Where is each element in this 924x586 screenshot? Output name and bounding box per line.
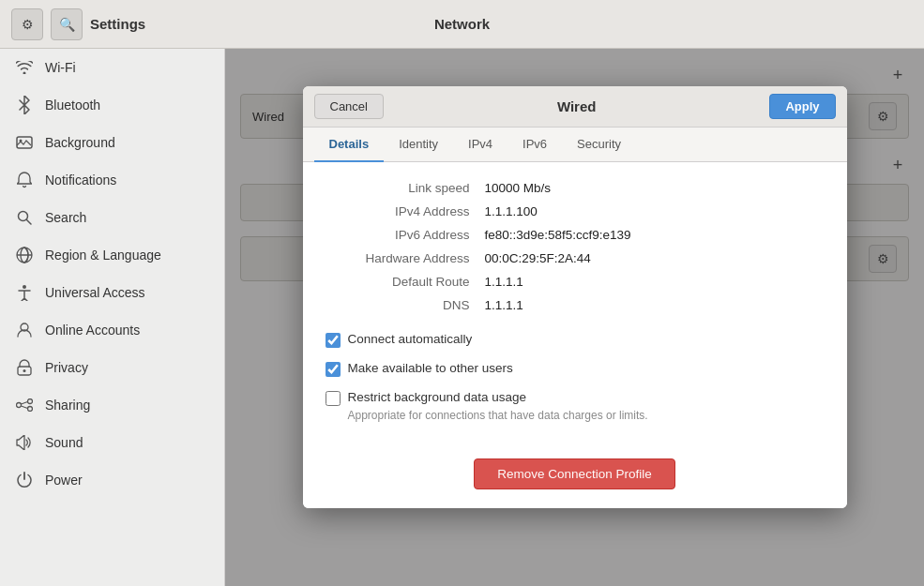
hardware-row: Hardware Address 00:0C:29:5F:2A:44 [326,251,825,265]
link-speed-row: Link speed 10000 Mb/s [326,181,825,195]
hardware-label: Hardware Address [326,251,485,265]
dialog-header: Cancel Wired Apply [303,86,847,128]
svg-point-5 [23,285,26,289]
sidebar-item-power-label: Power [45,473,83,488]
window-title: Network [434,16,490,32]
available-users-row: Make available to other users [326,360,825,378]
sidebar-item-online-accounts-label: Online Accounts [45,323,140,338]
settings-icon-btn[interactable]: ⚙ [11,8,43,40]
sidebar-item-sharing[interactable]: Sharing [0,386,224,424]
wifi-icon [15,58,34,77]
sidebar-item-background-label: Background [45,135,115,150]
sound-icon [15,433,34,452]
tab-details[interactable]: Details [314,128,385,162]
restrict-data-label[interactable]: Restrict background data usage Appropria… [348,389,648,424]
sidebar-item-background[interactable]: Background [0,124,224,161]
dns-label: DNS [326,298,485,312]
dialog-tabs: Details Identity IPv4 IPv6 Security [303,128,847,162]
restrict-data-main-label: Restrict background data usage [348,390,527,404]
available-users-checkbox[interactable] [326,362,341,377]
link-speed-label: Link speed [326,181,485,195]
svg-point-9 [28,399,33,404]
connect-auto-label[interactable]: Connect automatically [348,331,473,349]
svg-point-7 [23,369,26,372]
universal-access-icon [15,283,34,302]
sidebar-item-region-label: Region & Language [45,248,161,263]
restrict-data-checkbox[interactable] [326,391,341,406]
dialog-title: Wired [391,98,762,114]
ipv6-row: IPv6 Address fe80::3d9e:58f5:ccf9:e139 [326,228,825,242]
link-speed-value: 10000 Mb/s [485,181,552,195]
sidebar-item-sound-label: Sound [45,435,83,450]
main-content: Wi-Fi Bluetooth Backgrou [0,49,924,586]
sidebar-item-universal-label: Universal Access [45,285,145,300]
sidebar-item-search-label: Search [45,210,86,225]
tab-ipv4[interactable]: IPv4 [453,128,507,162]
privacy-icon [15,358,34,377]
apply-button[interactable]: Apply [769,94,835,119]
right-panel: + Wired ⚙ + ⚙ Cancel [225,49,924,586]
sidebar-item-sound[interactable]: Sound [0,424,224,461]
dialog-overlay: Cancel Wired Apply Details Identity IPv4… [225,49,924,586]
default-route-label: Default Route [326,275,485,289]
background-icon [15,133,34,152]
sidebar-item-bluetooth[interactable]: Bluetooth [0,86,224,124]
ipv4-label: IPv4 Address [326,204,485,218]
sidebar-item-online-accounts[interactable]: Online Accounts [0,311,224,349]
sidebar-item-privacy[interactable]: Privacy [0,349,224,386]
sidebar-item-privacy-label: Privacy [45,360,88,375]
sidebar-item-notifications[interactable]: Notifications [0,161,224,199]
sidebar-item-bluetooth-label: Bluetooth [45,98,100,113]
svg-point-10 [28,407,33,412]
svg-point-8 [17,403,22,408]
sidebar-item-search[interactable]: Search [0,199,224,236]
sidebar-item-wifi[interactable]: Wi-Fi [0,49,224,86]
sidebar: Wi-Fi Bluetooth Backgrou [0,49,225,586]
sidebar-item-sharing-label: Sharing [45,398,90,413]
tab-ipv6[interactable]: IPv6 [507,128,562,162]
sidebar-item-universal[interactable]: Universal Access [0,274,224,311]
ipv6-label: IPv6 Address [326,228,485,242]
search-sidebar-icon [15,208,34,227]
ipv4-value: 1.1.1.100 [485,204,538,218]
connect-auto-row: Connect automatically [326,331,825,349]
title-bar-center: Network [258,16,666,32]
notifications-icon [15,171,34,189]
sidebar-item-region[interactable]: Region & Language [0,236,224,274]
ipv6-value: fe80::3d9e:58f5:ccf9:e139 [485,228,631,242]
restrict-data-sublabel: Appropriate for connections that have da… [348,408,648,424]
remove-connection-button[interactable]: Remove Connection Profile [474,458,674,489]
default-route-row: Default Route 1.1.1.1 [326,275,825,289]
ipv4-row: IPv4 Address 1.1.1.100 [326,204,825,218]
cancel-button[interactable]: Cancel [314,94,384,119]
available-users-label[interactable]: Make available to other users [348,360,513,378]
tab-identity[interactable]: Identity [384,128,453,162]
sidebar-item-notifications-label: Notifications [45,173,116,188]
region-icon [15,246,34,264]
power-icon [15,471,34,489]
app-window: ⚙ 🔍 Settings Network Wi-Fi [0,0,924,586]
sidebar-item-wifi-label: Wi-Fi [45,60,76,75]
search-icon-btn[interactable]: 🔍 [51,8,83,40]
app-title: Settings [90,16,145,32]
dialog-footer: Remove Connection Profile [303,449,847,508]
sidebar-item-power[interactable]: Power [0,461,224,499]
connect-auto-checkbox[interactable] [326,333,341,348]
bluetooth-icon [15,96,34,114]
title-bar: ⚙ 🔍 Settings Network [0,0,924,49]
tab-security[interactable]: Security [562,128,636,162]
hardware-value: 00:0C:29:5F:2A:44 [485,251,591,265]
info-table: Link speed 10000 Mb/s IPv4 Address 1.1.1… [326,181,825,312]
dns-value: 1.1.1.1 [485,298,523,312]
online-accounts-icon [15,321,34,339]
dialog-body: Link speed 10000 Mb/s IPv4 Address 1.1.1… [303,162,847,449]
title-bar-left: ⚙ 🔍 Settings [0,8,258,40]
default-route-value: 1.1.1.1 [485,275,523,289]
sharing-icon [15,396,34,414]
restrict-data-row: Restrict background data usage Appropria… [326,389,825,424]
wired-dialog: Cancel Wired Apply Details Identity IPv4… [303,86,847,508]
dns-row: DNS 1.1.1.1 [326,298,825,312]
